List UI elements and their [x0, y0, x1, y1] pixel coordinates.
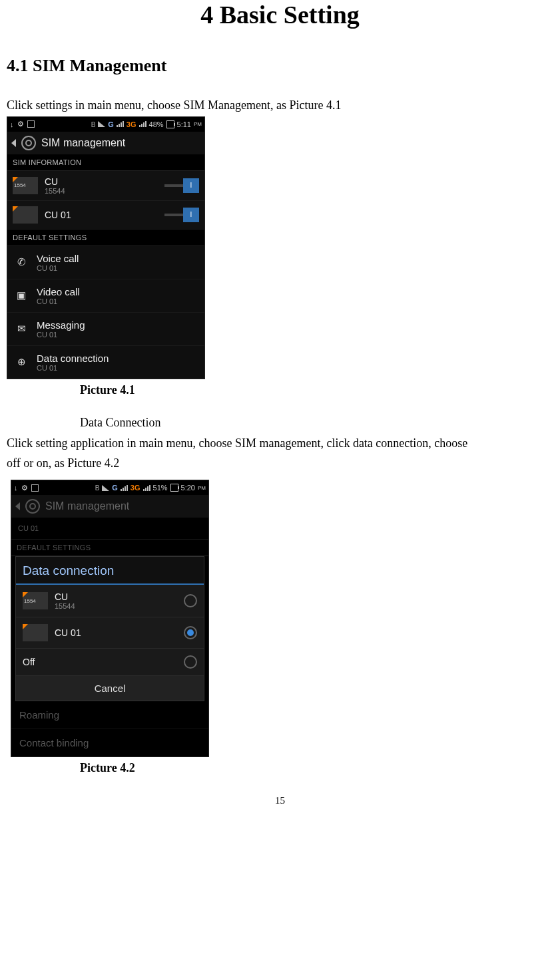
- cancel-button[interactable]: Cancel: [16, 676, 204, 701]
- sim-chip-icon: 1554: [23, 592, 48, 609]
- bluetooth-icon: [91, 120, 96, 128]
- status-ampm: PM: [194, 121, 202, 127]
- sim-chip-label: 1554: [24, 598, 36, 604]
- radio-icon[interactable]: [184, 626, 197, 639]
- sim-number: 15544: [45, 187, 158, 195]
- download-icon: [14, 484, 18, 492]
- background-faded-row: CU 01: [11, 518, 208, 540]
- row-title: Messaging: [37, 319, 85, 331]
- network-g-label: G: [112, 484, 118, 492]
- figure-caption-1: Picture 4.1: [80, 383, 553, 397]
- toggle-knob: I: [183, 178, 199, 193]
- toggle-knob: I: [183, 208, 199, 222]
- back-icon: [15, 502, 20, 510]
- status-ampm: PM: [198, 485, 206, 491]
- network-g-label: G: [108, 120, 114, 128]
- sim-row[interactable]: CU 01 I: [7, 201, 204, 230]
- page-number: 15: [7, 795, 553, 806]
- screen-header-title: SIM management: [41, 137, 125, 149]
- default-video-call[interactable]: ▣ Video call CU 01: [7, 279, 204, 313]
- signal-icon: [117, 121, 124, 127]
- radio-option-cu[interactable]: 1554 CU 15544: [16, 585, 204, 617]
- page-title: 4 Basic Setting: [7, 0, 553, 29]
- radio-option-off[interactable]: Off: [16, 649, 204, 676]
- status-bar: G 3G 51% 5:20 PM: [11, 480, 208, 495]
- row-subtitle: CU 01: [37, 364, 109, 372]
- row-subtitle: CU 01: [37, 264, 79, 272]
- row-title: Data connection: [37, 353, 109, 364]
- row-title: Voice call: [37, 253, 79, 264]
- background-row-roaming: Roaming: [11, 701, 208, 729]
- sim-toggle[interactable]: I: [164, 208, 199, 222]
- status-bar: G 3G 48% 5:11 PM: [7, 117, 204, 132]
- intro-paragraph-1: Click settings in main menu, choose SIM …: [7, 96, 553, 115]
- card-status-icon: [27, 120, 35, 128]
- radio-option-cu01[interactable]: CU 01: [16, 617, 204, 649]
- signal-icon-2: [139, 121, 146, 127]
- network-3g-label: 3G: [131, 484, 140, 492]
- option-name: CU 01: [55, 627, 81, 638]
- battery-percent: 48%: [149, 120, 164, 128]
- wifi-icon: [98, 121, 105, 127]
- section-default-settings: DEFAULT SETTINGS: [7, 230, 204, 246]
- dialog-title: Data connection: [16, 557, 204, 585]
- section-default-settings: DEFAULT SETTINGS: [11, 540, 208, 556]
- sub-heading-data-connection: Data Connection: [7, 413, 553, 432]
- background-row-contact-binding: Contact binding: [11, 729, 208, 756]
- wifi-icon: [102, 485, 109, 491]
- sim-chip-label: 1554: [14, 182, 26, 188]
- gear-icon: [21, 136, 36, 150]
- signal-icon: [121, 485, 128, 491]
- signal-icon-2: [143, 485, 150, 491]
- back-icon[interactable]: [11, 139, 16, 147]
- phone-icon: ✆: [14, 255, 29, 269]
- battery-icon: [170, 484, 178, 492]
- globe-icon: ⊕: [14, 355, 29, 369]
- video-icon: ▣: [14, 288, 29, 303]
- message-icon: ✉: [14, 321, 29, 336]
- default-data-connection[interactable]: ⊕ Data connection CU 01: [7, 346, 204, 379]
- figure-caption-2: Picture 4.2: [80, 761, 553, 775]
- screenshot-sim-management: G 3G 48% 5:11 PM SIM management SIM INFO…: [7, 116, 205, 379]
- sim-name: CU 01: [45, 210, 158, 220]
- sim-chip-icon: 1554: [13, 177, 38, 194]
- sim-chip-icon: [23, 624, 48, 641]
- default-messaging[interactable]: ✉ Messaging CU 01: [7, 313, 204, 346]
- section-heading: 4.1 SIM Management: [7, 56, 553, 76]
- default-voice-call[interactable]: ✆ Voice call CU 01: [7, 246, 204, 279]
- battery-percent: 51%: [153, 484, 168, 492]
- radio-icon[interactable]: [184, 594, 197, 607]
- option-sub: 15544: [55, 602, 75, 610]
- row-subtitle: CU 01: [18, 524, 39, 532]
- intro-paragraph-2a: Click setting application in main menu, …: [7, 434, 553, 453]
- row-subtitle: CU 01: [37, 331, 85, 339]
- section-sim-information: SIM INFORMATION: [7, 154, 204, 171]
- sim-name: CU: [45, 176, 158, 187]
- row-subtitle: CU 01: [37, 297, 80, 305]
- card-status-icon: [31, 484, 39, 492]
- battery-icon: [166, 120, 174, 128]
- screen-header-title: SIM management: [45, 500, 129, 512]
- radio-icon[interactable]: [184, 655, 197, 669]
- screenshot-data-connection-dialog: G 3G 51% 5:20 PM SIM management CU 01 DE…: [11, 480, 209, 757]
- network-3g-label: 3G: [127, 120, 137, 128]
- screen-header[interactable]: SIM management: [7, 132, 204, 154]
- gear-icon: [25, 499, 40, 514]
- status-time: 5:11: [177, 120, 191, 128]
- bluetooth-icon: [95, 484, 100, 492]
- row-title: Video call: [37, 286, 80, 297]
- intro-paragraph-2b: off or on, as Picture 4.2: [7, 454, 553, 473]
- sim-chip-icon: [13, 206, 38, 224]
- screen-header: SIM management: [11, 495, 208, 518]
- settings-status-icon: [17, 120, 24, 128]
- sim-toggle[interactable]: I: [164, 179, 199, 192]
- status-time: 5:20: [181, 484, 195, 492]
- option-name: CU: [55, 591, 75, 602]
- sim-row[interactable]: 1554 CU 15544 I: [7, 171, 204, 201]
- settings-status-icon: [21, 484, 28, 492]
- data-connection-dialog: Data connection 1554 CU 15544: [15, 556, 204, 701]
- download-icon: [10, 120, 14, 128]
- option-name: Off: [23, 657, 35, 667]
